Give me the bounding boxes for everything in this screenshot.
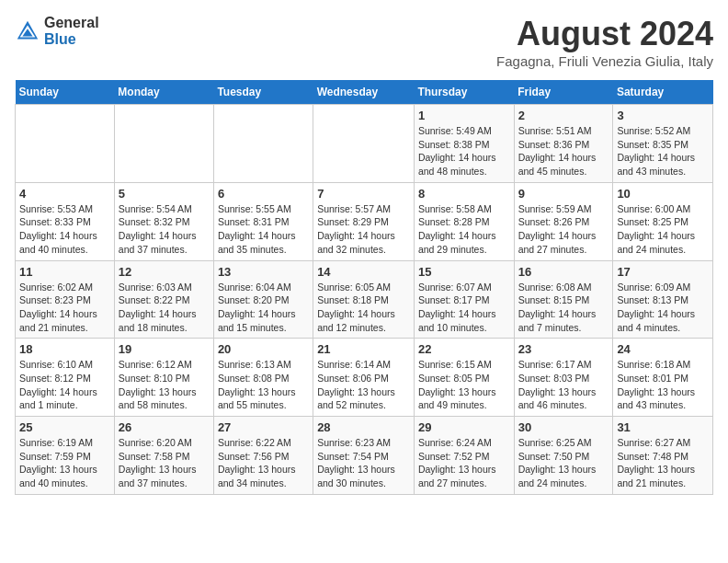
day-number: 1: [418, 109, 510, 122]
calendar-cell: 4Sunrise: 5:53 AMSunset: 8:33 PMDaylight…: [16, 182, 115, 260]
page-header: General Blue August 2024 Fagagna, Friuli…: [15, 15, 713, 69]
day-info: Sunrise: 5:49 AMSunset: 8:38 PMDaylight:…: [418, 124, 510, 178]
day-number: 27: [218, 420, 309, 434]
calendar-cell: 30Sunrise: 6:25 AMSunset: 7:50 PMDayligh…: [514, 417, 613, 495]
day-number: 3: [617, 109, 709, 122]
calendar-cell: [114, 105, 213, 183]
calendar-cell: 15Sunrise: 6:07 AMSunset: 8:17 PMDayligh…: [414, 260, 514, 339]
day-info: Sunrise: 6:04 AMSunset: 8:20 PMDaylight:…: [218, 281, 309, 335]
days-header-row: SundayMondayTuesdayWednesdayThursdayFrid…: [16, 80, 713, 105]
day-number: 8: [418, 187, 510, 201]
calendar-cell: 23Sunrise: 6:17 AMSunset: 8:03 PMDayligh…: [514, 339, 613, 417]
day-number: 13: [218, 265, 309, 279]
day-number: 30: [518, 420, 609, 434]
day-info: Sunrise: 6:08 AMSunset: 8:15 PMDaylight:…: [518, 281, 609, 335]
calendar-cell: 3Sunrise: 5:52 AMSunset: 8:35 PMDaylight…: [613, 105, 713, 183]
calendar-cell: 13Sunrise: 6:04 AMSunset: 8:20 PMDayligh…: [213, 260, 313, 339]
logo-icon: [15, 18, 40, 44]
day-of-week-header: Sunday: [16, 80, 115, 105]
day-number: 12: [119, 265, 210, 279]
day-info: Sunrise: 5:55 AMSunset: 8:31 PMDaylight:…: [218, 202, 309, 257]
calendar-cell: 27Sunrise: 6:22 AMSunset: 7:56 PMDayligh…: [213, 417, 313, 495]
day-number: 28: [317, 420, 410, 434]
calendar-cell: 7Sunrise: 5:57 AMSunset: 8:29 PMDaylight…: [313, 182, 415, 260]
day-info: Sunrise: 6:12 AMSunset: 8:10 PMDaylight:…: [119, 358, 210, 412]
calendar-cell: 11Sunrise: 6:02 AMSunset: 8:23 PMDayligh…: [16, 260, 115, 339]
day-number: 19: [119, 342, 210, 356]
title-section: August 2024 Fagagna, Friuli Venezia Giul…: [496, 15, 713, 69]
day-info: Sunrise: 6:17 AMSunset: 8:03 PMDaylight:…: [518, 358, 609, 412]
day-info: Sunrise: 5:53 AMSunset: 8:33 PMDaylight:…: [19, 202, 110, 257]
logo-text: General Blue: [44, 15, 99, 47]
logo-blue: Blue: [44, 31, 99, 48]
day-info: Sunrise: 6:07 AMSunset: 8:17 PMDaylight:…: [418, 281, 510, 335]
day-number: 24: [617, 342, 709, 356]
day-number: 21: [317, 342, 410, 356]
calendar-week-row: 18Sunrise: 6:10 AMSunset: 8:12 PMDayligh…: [16, 339, 713, 417]
calendar-week-row: 1Sunrise: 5:49 AMSunset: 8:38 PMDaylight…: [16, 105, 713, 183]
day-number: 4: [19, 187, 110, 201]
calendar-cell: 28Sunrise: 6:23 AMSunset: 7:54 PMDayligh…: [313, 417, 415, 495]
calendar-cell: 10Sunrise: 6:00 AMSunset: 8:25 PMDayligh…: [613, 182, 713, 260]
day-of-week-header: Wednesday: [313, 80, 415, 105]
day-number: 14: [317, 265, 410, 279]
calendar-cell: 19Sunrise: 6:12 AMSunset: 8:10 PMDayligh…: [114, 339, 213, 417]
day-number: 17: [617, 265, 709, 279]
calendar-cell: 1Sunrise: 5:49 AMSunset: 8:38 PMDaylight…: [414, 105, 514, 183]
day-info: Sunrise: 6:24 AMSunset: 7:52 PMDaylight:…: [418, 436, 510, 490]
day-info: Sunrise: 6:25 AMSunset: 7:50 PMDaylight:…: [518, 436, 609, 490]
day-info: Sunrise: 6:13 AMSunset: 8:08 PMDaylight:…: [218, 358, 309, 412]
calendar-week-row: 11Sunrise: 6:02 AMSunset: 8:23 PMDayligh…: [16, 260, 713, 339]
day-number: 22: [418, 342, 510, 356]
day-info: Sunrise: 6:19 AMSunset: 7:59 PMDaylight:…: [19, 436, 110, 490]
day-number: 11: [19, 265, 110, 279]
calendar-week-row: 4Sunrise: 5:53 AMSunset: 8:33 PMDaylight…: [16, 182, 713, 260]
calendar-cell: 21Sunrise: 6:14 AMSunset: 8:06 PMDayligh…: [313, 339, 415, 417]
day-number: 25: [19, 420, 110, 434]
day-of-week-header: Saturday: [613, 80, 713, 105]
day-info: Sunrise: 6:22 AMSunset: 7:56 PMDaylight:…: [218, 436, 309, 490]
day-info: Sunrise: 5:51 AMSunset: 8:36 PMDaylight:…: [518, 124, 609, 178]
calendar-cell: [16, 105, 115, 183]
location-title: Fagagna, Friuli Venezia Giulia, Italy: [496, 53, 713, 69]
day-info: Sunrise: 6:09 AMSunset: 8:13 PMDaylight:…: [617, 281, 709, 335]
day-info: Sunrise: 5:59 AMSunset: 8:26 PMDaylight:…: [518, 202, 609, 257]
day-number: 26: [119, 420, 210, 434]
calendar-cell: 25Sunrise: 6:19 AMSunset: 7:59 PMDayligh…: [16, 417, 115, 495]
calendar-cell: 2Sunrise: 5:51 AMSunset: 8:36 PMDaylight…: [514, 105, 613, 183]
day-number: 16: [518, 265, 609, 279]
calendar-cell: 26Sunrise: 6:20 AMSunset: 7:58 PMDayligh…: [114, 417, 213, 495]
day-info: Sunrise: 6:20 AMSunset: 7:58 PMDaylight:…: [119, 436, 210, 490]
calendar-cell: 6Sunrise: 5:55 AMSunset: 8:31 PMDaylight…: [213, 182, 313, 260]
day-info: Sunrise: 5:58 AMSunset: 8:28 PMDaylight:…: [418, 202, 510, 257]
calendar-cell: 24Sunrise: 6:18 AMSunset: 8:01 PMDayligh…: [613, 339, 713, 417]
calendar-cell: 5Sunrise: 5:54 AMSunset: 8:32 PMDaylight…: [114, 182, 213, 260]
day-number: 31: [617, 420, 709, 434]
day-info: Sunrise: 6:23 AMSunset: 7:54 PMDaylight:…: [317, 436, 410, 490]
day-info: Sunrise: 6:00 AMSunset: 8:25 PMDaylight:…: [617, 202, 709, 257]
day-of-week-header: Friday: [514, 80, 613, 105]
day-of-week-header: Thursday: [414, 80, 514, 105]
day-of-week-header: Tuesday: [213, 80, 313, 105]
day-number: 29: [418, 420, 510, 434]
calendar-week-row: 25Sunrise: 6:19 AMSunset: 7:59 PMDayligh…: [16, 417, 713, 495]
day-info: Sunrise: 5:52 AMSunset: 8:35 PMDaylight:…: [617, 124, 709, 178]
calendar-cell: 9Sunrise: 5:59 AMSunset: 8:26 PMDaylight…: [514, 182, 613, 260]
logo: General Blue: [15, 15, 99, 47]
day-number: 5: [119, 187, 210, 201]
calendar-cell: 14Sunrise: 6:05 AMSunset: 8:18 PMDayligh…: [313, 260, 415, 339]
day-info: Sunrise: 6:15 AMSunset: 8:05 PMDaylight:…: [418, 358, 510, 412]
calendar-cell: 17Sunrise: 6:09 AMSunset: 8:13 PMDayligh…: [613, 260, 713, 339]
day-number: 20: [218, 342, 309, 356]
calendar-cell: [313, 105, 415, 183]
calendar-cell: 12Sunrise: 6:03 AMSunset: 8:22 PMDayligh…: [114, 260, 213, 339]
day-number: 23: [518, 342, 609, 356]
day-info: Sunrise: 5:54 AMSunset: 8:32 PMDaylight:…: [119, 202, 210, 257]
calendar-cell: 22Sunrise: 6:15 AMSunset: 8:05 PMDayligh…: [414, 339, 514, 417]
day-number: 2: [518, 109, 609, 122]
day-info: Sunrise: 6:18 AMSunset: 8:01 PMDaylight:…: [617, 358, 709, 412]
day-info: Sunrise: 6:05 AMSunset: 8:18 PMDaylight:…: [317, 281, 410, 335]
month-year-title: August 2024: [496, 15, 713, 53]
day-number: 10: [617, 187, 709, 201]
day-info: Sunrise: 6:02 AMSunset: 8:23 PMDaylight:…: [19, 281, 110, 335]
